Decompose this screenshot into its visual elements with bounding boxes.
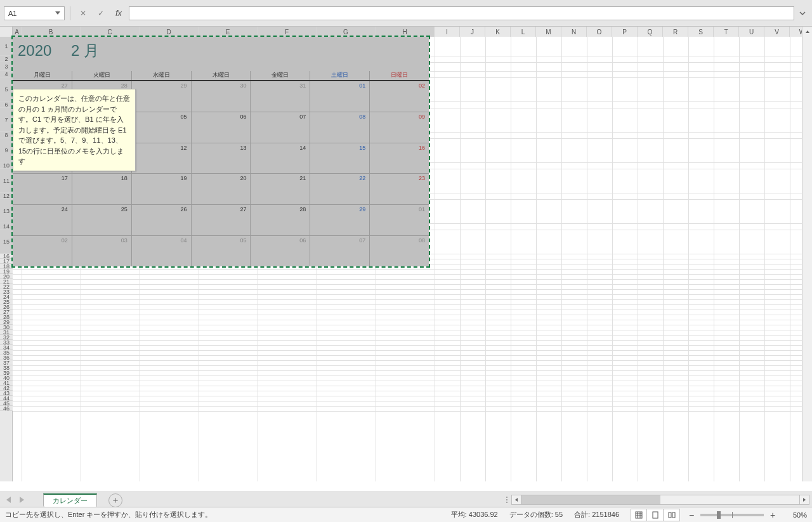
calendar-day-cell[interactable]: 24 (13, 205, 72, 235)
row-header[interactable]: 7 (0, 108, 13, 132)
row-header[interactable]: 13 (0, 199, 13, 223)
calendar-day-cell[interactable]: 02 (370, 81, 429, 112)
row-header[interactable]: 11 (0, 169, 13, 193)
calendar-day-cell[interactable]: 19 (132, 174, 192, 204)
view-page-break-button[interactable] (664, 509, 680, 521)
calendar-day-cell[interactable]: 25 (72, 205, 132, 235)
zoom-out-button[interactable]: − (686, 510, 697, 520)
calendar-day-cell[interactable]: 27 (192, 205, 251, 235)
column-header[interactable]: F (258, 27, 317, 37)
calendar-day-cell[interactable]: 07 (251, 112, 310, 143)
zoom-thumb[interactable] (717, 511, 721, 519)
column-header[interactable]: B (22, 27, 81, 37)
hscroll-resize-handle[interactable] (505, 492, 509, 507)
horizontal-scrollbar[interactable] (511, 495, 809, 505)
column-header[interactable]: S (688, 27, 714, 37)
row-header[interactable]: 12 (0, 193, 13, 199)
zoom-in-button[interactable]: + (768, 510, 778, 520)
column-header[interactable]: E (199, 27, 258, 37)
column-header[interactable]: D (140, 27, 199, 37)
calendar-day-cell[interactable]: 30 (192, 81, 251, 112)
column-header[interactable]: K (485, 27, 511, 37)
calendar-day-cell[interactable]: 12 (132, 143, 192, 174)
calendar-day-cell[interactable]: 26 (132, 205, 192, 235)
name-box-dropdown-icon[interactable] (55, 11, 60, 15)
calendar-day-cell[interactable]: 07 (310, 236, 370, 266)
calendar-day-cell[interactable]: 02 (13, 236, 72, 266)
calendar-day-cell[interactable]: 23 (370, 174, 429, 204)
calendar-day-cell[interactable]: 01 (370, 205, 429, 235)
column-header[interactable]: T (714, 27, 739, 37)
sheet-nav-next-icon[interactable] (20, 497, 24, 503)
calendar-day-cell[interactable]: 06 (192, 112, 251, 143)
calendar-day-cell[interactable]: 01 (310, 81, 370, 112)
calendar-day-cell[interactable]: 22 (310, 174, 370, 204)
row-header[interactable]: 9 (0, 138, 13, 162)
formula-expand-button[interactable] (797, 6, 808, 20)
scroll-right-button[interactable] (799, 495, 809, 505)
calendar-day-cell[interactable]: 17 (13, 174, 72, 204)
select-all-corner[interactable] (0, 27, 13, 37)
row-header[interactable]: 5 (0, 77, 13, 101)
column-header[interactable]: P (612, 27, 638, 37)
calendar-day-cell[interactable]: 15 (310, 143, 370, 174)
confirm-button[interactable]: ✓ (93, 6, 108, 20)
row-header[interactable]: 14 (0, 223, 13, 230)
name-box[interactable]: A1 (4, 6, 65, 20)
calendar-day-cell[interactable]: 29 (132, 81, 192, 112)
calendar-day-cell[interactable]: 04 (132, 236, 192, 266)
column-header[interactable]: Q (638, 27, 663, 37)
calendar-day-cell[interactable]: 05 (132, 112, 192, 143)
row-header[interactable]: 10 (0, 162, 13, 169)
calendar-day-cell[interactable]: 06 (251, 236, 310, 266)
row-header[interactable]: 6 (0, 101, 13, 108)
row-header[interactable]: 2 (0, 56, 13, 62)
row-header[interactable]: 3 (0, 62, 13, 71)
column-header[interactable]: N (561, 27, 587, 37)
row-header[interactable]: 46 (0, 406, 13, 411)
column-header[interactable]: H (376, 27, 435, 37)
column-header[interactable]: C (81, 27, 140, 37)
column-header[interactable]: M (536, 27, 561, 37)
column-header[interactable]: U (739, 27, 764, 37)
column-header[interactable]: G (317, 27, 376, 37)
column-header[interactable]: R (663, 27, 688, 37)
column-header[interactable]: L (511, 27, 536, 37)
sheet-tab-active[interactable]: カレンダー (43, 493, 97, 507)
calendar-day-cell[interactable]: 28 (251, 205, 310, 235)
calendar-day-cell[interactable]: 18 (72, 174, 132, 204)
column-header[interactable]: J (460, 27, 485, 37)
view-page-layout-button[interactable] (647, 509, 664, 521)
view-normal-button[interactable] (631, 509, 647, 521)
add-sheet-button[interactable]: ＋ (108, 493, 122, 507)
calendar-day-cell[interactable]: 13 (192, 143, 251, 174)
column-header[interactable]: I (435, 27, 460, 37)
calendar-day-cell[interactable]: 31 (251, 81, 310, 112)
zoom-slider[interactable] (700, 514, 764, 516)
column-header[interactable]: V (764, 27, 790, 37)
scroll-left-button[interactable] (511, 495, 521, 505)
calendar-day-cell[interactable]: 03 (72, 236, 132, 266)
formula-input[interactable] (129, 6, 794, 20)
row-header[interactable]: 8 (0, 132, 13, 138)
row-header[interactable]: 4 (0, 71, 13, 77)
scroll-up-button[interactable] (802, 27, 812, 37)
row-header[interactable]: 1 (0, 37, 13, 56)
calendar-day-cell[interactable]: 14 (251, 143, 310, 174)
hscroll-track[interactable] (521, 495, 799, 505)
calendar-day-cell[interactable]: 20 (192, 174, 251, 204)
cancel-button[interactable]: ✕ (75, 6, 91, 20)
vertical-scrollbar[interactable] (802, 27, 812, 481)
sheet-nav-prev-icon[interactable] (6, 497, 11, 503)
insert-function-button[interactable]: fx (111, 6, 126, 20)
row-header[interactable]: 15 (0, 230, 13, 254)
column-header[interactable]: A (13, 27, 22, 37)
zoom-percentage[interactable]: 50% (782, 511, 807, 519)
hscroll-thumb[interactable] (521, 495, 660, 504)
calendar-day-cell[interactable]: 16 (370, 143, 429, 174)
column-header[interactable]: O (587, 27, 612, 37)
calendar-day-cell[interactable]: 09 (370, 112, 429, 143)
calendar-day-cell[interactable]: 05 (192, 236, 251, 266)
calendar-day-cell[interactable]: 08 (370, 236, 429, 266)
calendar-day-cell[interactable]: 21 (251, 174, 310, 204)
